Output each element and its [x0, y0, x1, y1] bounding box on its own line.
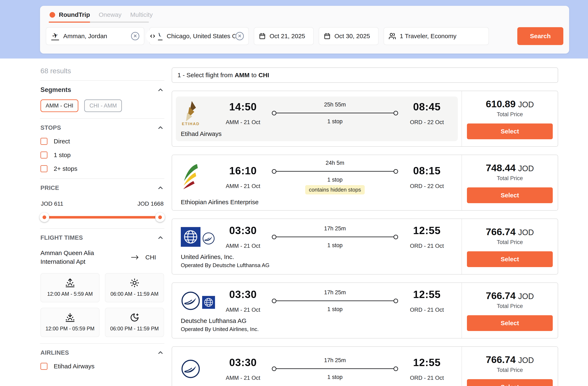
time-slot-label: 12:00 AM - 5:59 AM: [47, 291, 93, 297]
arrival-block: 08:15 ORD - 22 Oct: [401, 165, 453, 189]
results-panel: 1 - Select flight from AMM to CHI ETIHAD…: [172, 68, 558, 386]
search-button[interactable]: Search: [517, 27, 563, 45]
timeline-start-dot: [272, 111, 276, 115]
tab-oneway[interactable]: Oneway: [99, 11, 122, 18]
select-button[interactable]: Select: [467, 379, 553, 386]
checkbox-direct[interactable]: [41, 138, 47, 145]
segments-title: Segments: [41, 86, 71, 94]
time-slot-afternoon[interactable]: 12:00 PM - 05:59 PM: [41, 308, 100, 337]
airline-logos: [181, 359, 217, 379]
flight-times-route: Amman Queen Alia International Apt CHI: [41, 249, 164, 266]
flight-card-details: 16:10 AMM - 21 Oct 24h 5m 1 stop contain…: [172, 155, 462, 210]
airline-name: Deutsche Lufthansa AG: [181, 317, 453, 324]
airline-logos: [181, 227, 217, 247]
price-collapse-button[interactable]: [157, 184, 164, 191]
tab-roundtrip-label: RoundTrip: [59, 11, 90, 18]
stops-label: 1 stop: [327, 177, 343, 183]
arrival-time: 12:55: [413, 225, 441, 237]
departure-info: AMM - 21 Oct: [226, 307, 260, 313]
travelers-field[interactable]: 1 Traveler, Economy: [384, 27, 489, 45]
price-slider-max-handle[interactable]: [155, 212, 165, 222]
destination-input[interactable]: ✈ Chicago, United States Of ×: [149, 27, 249, 45]
filters-sidebar: 68 results Segments AMM - CHI CHI - AMM …: [40, 66, 164, 376]
duration-label: 24h 5m: [326, 160, 344, 166]
tab-roundtrip[interactable]: RoundTrip: [50, 11, 90, 18]
flight-card: ETIHAD 14:50 AMM - 21 Oct 25h 55m 1 stop…: [172, 91, 558, 147]
chevron-up-icon: [157, 234, 164, 241]
stops-label: 1 stop: [327, 118, 343, 125]
duration-label: 17h 25m: [324, 225, 346, 232]
airlines-section: AIRLINES Etihad Airways: [40, 344, 164, 376]
price-slider[interactable]: [41, 212, 164, 222]
timeline-start-dot: [272, 366, 276, 371]
select-button[interactable]: Select: [467, 123, 553, 139]
price-amount: 766.74: [486, 226, 516, 237]
united-airlines-logo-icon: [202, 296, 215, 309]
price-min-label: JOD 611: [41, 201, 63, 207]
stops-option-row: Direct: [41, 138, 164, 145]
arrival-block: 12:55 ORD - 21 Oct: [401, 357, 453, 381]
time-slot-early-morning[interactable]: 12:00 AM - 5:59 AM: [41, 273, 100, 302]
results-header-from-code: AMM: [235, 72, 250, 79]
total-price: 766.74 JOD: [486, 290, 534, 301]
airlines-collapse-button[interactable]: [157, 349, 164, 356]
chevron-up-icon: [157, 184, 164, 191]
price-amount: 766.74: [486, 290, 516, 301]
depart-date-field[interactable]: Oct 21, 2025: [254, 27, 314, 45]
time-slot-evening[interactable]: 06:00 PM - 11:59 PM: [105, 308, 164, 337]
flight-times-collapse-button[interactable]: [157, 234, 164, 241]
price-currency: JOD: [518, 292, 534, 301]
flight-card: 16:10 AMM - 21 Oct 24h 5m 1 stop contain…: [172, 155, 558, 211]
total-price: 748.44 JOD: [486, 162, 534, 174]
checkbox-etihad-airways[interactable]: [41, 363, 47, 370]
total-price: 766.74 JOD: [486, 354, 534, 365]
tab-multicity[interactable]: Multicity: [130, 11, 153, 18]
departure-time: 03:30: [229, 289, 257, 300]
stops-collapse-button[interactable]: [157, 124, 164, 131]
timeline-end-dot: [394, 366, 398, 371]
airline-name: Deutsche Lufthansa AG: [181, 385, 453, 386]
price-amount: 766.74: [486, 354, 516, 365]
airline-name: Etihad Airways: [181, 130, 453, 137]
swap-locations-button[interactable]: [146, 29, 159, 43]
hidden-stops-badge: contains hidden stops: [305, 185, 365, 194]
stops-label: 1 stop: [327, 306, 343, 313]
departure-block: 03:30 AMM - 21 Oct: [217, 357, 269, 381]
flight-price-panel: 766.74 JOD Total Price Select: [462, 219, 558, 274]
select-button[interactable]: Select: [467, 315, 553, 331]
arrival-info: ORD - 21 Oct: [410, 375, 444, 381]
arrival-info: ORD - 21 Oct: [410, 307, 444, 313]
price-note: Total Price: [497, 175, 523, 182]
clear-origin-icon[interactable]: ×: [131, 32, 139, 40]
price-slider-track[interactable]: [42, 216, 162, 219]
time-slot-morning[interactable]: 06:00 AM - 11:59 AM: [105, 273, 164, 302]
flight-price-panel: 766.74 JOD Total Price Select: [462, 347, 558, 386]
checkbox-1-stop[interactable]: [41, 152, 47, 159]
segment-chip-chi-amm[interactable]: CHI - AMM: [84, 99, 122, 112]
departure-block: 16:10 AMM - 21 Oct: [217, 165, 269, 189]
departure-info: AMM - 21 Oct: [226, 375, 260, 381]
origin-input[interactable]: ✈ Amman, Jordan ×: [46, 27, 144, 45]
price-max-label: JOD 1668: [137, 201, 164, 207]
trip-type-tabs: RoundTrip Oneway Multicity: [46, 11, 563, 18]
airline-name: United Airlines, Inc.: [181, 253, 453, 260]
lufthansa-logo-icon: [202, 232, 215, 245]
stops-label: 1 stop: [327, 374, 343, 380]
ethiopian-airlines-logo-icon: [181, 162, 199, 192]
stops-option-row: 1 stop: [41, 152, 164, 159]
timeline-end-dot: [394, 111, 398, 115]
price-currency: JOD: [518, 164, 534, 173]
clear-destination-icon[interactable]: ×: [235, 32, 244, 40]
price-slider-min-handle[interactable]: [40, 212, 49, 222]
stops-label: 1 stop: [327, 242, 343, 249]
checkbox-2plus-stops[interactable]: [41, 165, 47, 172]
select-button[interactable]: Select: [467, 251, 553, 267]
results-count: 68 results: [40, 66, 164, 81]
return-date-field[interactable]: Oct 30, 2025: [319, 27, 378, 45]
departure-block: 03:30 AMM - 21 Oct: [217, 225, 269, 249]
segments-collapse-button[interactable]: [157, 86, 164, 93]
depart-date-value: Oct 21, 2025: [270, 33, 305, 40]
segment-chip-amm-chi[interactable]: AMM - CHI: [41, 99, 78, 112]
flight-times-title: FLIGHT TIMES: [41, 234, 83, 241]
select-button[interactable]: Select: [467, 187, 553, 203]
